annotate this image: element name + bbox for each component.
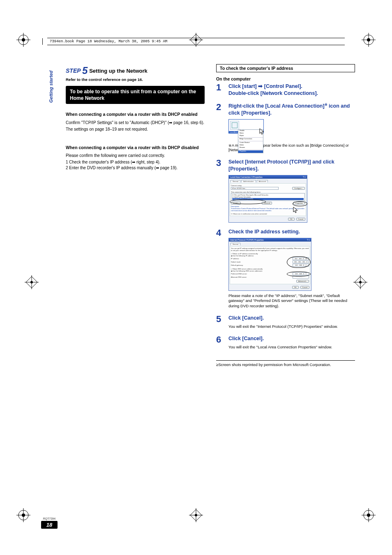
crop-mark-icon (16, 508, 30, 522)
list-item: 2 Enter the DVD recorder's IP address ma… (66, 165, 205, 171)
step-label: STEP (66, 67, 81, 74)
framemaker-header: 7394en.book Page 18 Wednesday, March 30,… (47, 38, 345, 45)
crop-mark-icon (16, 33, 30, 47)
section-tab-label: Getting started (48, 71, 53, 103)
page-number: 18 (41, 521, 58, 529)
step-note: Please make a note of the "IP address", … (228, 293, 355, 309)
tab: General (231, 180, 240, 182)
svg-point-7 (367, 38, 370, 41)
cursor-icon (259, 128, 265, 135)
boxed-heading: To check the computer's IP address (216, 64, 355, 72)
button: Configure... (292, 187, 305, 190)
label: Subnet mask: (231, 261, 241, 263)
step-heading: STEP 5 Setting up the Network (66, 65, 205, 76)
radio-label: Use the following IP address: (233, 255, 254, 257)
body-text: The settings on page 18–19 are not requi… (66, 127, 205, 132)
crop-mark-icon (353, 275, 367, 289)
menu-separator (238, 137, 263, 138)
page-number-block: RQT7394 18 (41, 517, 58, 529)
cursor-icon (293, 207, 299, 213)
doc-id: RQT7394 (41, 517, 58, 520)
label: IP address: (231, 258, 239, 260)
refer-note: Refer to the control reference on page 1… (66, 77, 205, 82)
callout-circle (287, 256, 311, 268)
step-text: Double-click [Network Connections]. (228, 90, 355, 97)
cancel-button: Cancel (296, 218, 305, 221)
screenshot-context-menu: Local Area Connection Disable Status Rep… (228, 119, 264, 134)
menu-item: Bridge Connections (238, 138, 263, 140)
crop-mark-icon (362, 508, 376, 522)
menu-item-selected: Properties (238, 150, 263, 153)
ok-button: OK (292, 286, 299, 289)
win-title: Local Area Connection 3 Properties (230, 176, 263, 178)
tab: General (231, 243, 240, 245)
step-text: Check the IP address setting. (228, 228, 355, 235)
radio-label: Use the following DNS server addresses: (233, 270, 263, 272)
ok-button: OK (288, 218, 295, 221)
step-text: Click [start] ➡ [Control Panel]. (228, 83, 355, 90)
win-title: Internet Protocol (TCP/IP) Properties (230, 239, 264, 241)
step-note: You will exit the "Internet Protocol (TC… (228, 324, 355, 329)
callout-circle (287, 272, 311, 276)
svg-point-15 (367, 514, 370, 517)
close-icon: ? × (307, 239, 310, 241)
field: 3Com 3C920 Inte... (231, 187, 279, 190)
body-text: Please confirm the following were carrie… (66, 153, 205, 159)
svg-point-3 (22, 38, 25, 41)
menu-item: Rename (238, 147, 263, 149)
step-text: Select [Internet Protocol (TCP/IP)] and … (228, 159, 355, 173)
step-index: 2 (216, 103, 224, 153)
step-note: You will exit the "Local Area Connection… (228, 345, 355, 350)
callout-circle (230, 199, 266, 204)
footnote: ≥Screen shots reprinted by permission fr… (216, 362, 355, 367)
subheading: When connecting a computer via a router … (66, 145, 205, 150)
label: Alternate DNS server: (231, 276, 247, 278)
label: Default gateway: (231, 264, 243, 266)
left-column: STEP 5 Setting up the Network Refer to t… (66, 62, 205, 514)
list-item: 1 Check the computer's IP address (➡ rig… (66, 159, 205, 165)
step-index: 3 (216, 159, 224, 223)
step-number: 5 (82, 65, 88, 76)
step-index: 1 (216, 83, 224, 97)
svg-point-11 (22, 514, 25, 517)
cancel-button: Cancel (300, 286, 309, 289)
menu-separator (238, 141, 263, 141)
step-index: 6 (216, 335, 224, 350)
subheading: When connecting a computer via a router … (66, 111, 205, 117)
step-text: Click [Cancel]. (228, 315, 355, 322)
menu-item: Repair (238, 135, 263, 137)
tab: Authentication (241, 180, 256, 182)
button: Advanced... (296, 280, 309, 283)
screenshot-tcpip: Internet Protocol (TCP/IP) Properties? ×… (228, 238, 311, 291)
checkbox-label: Show icon in notification area when conn… (233, 213, 267, 215)
label: Connect using: (231, 184, 305, 187)
menu-separator (238, 150, 263, 150)
callout-heading: To be able to operate this unit from a c… (66, 86, 205, 104)
step-index: 4 (216, 228, 224, 309)
body-text: Confirm "TCP/IP Settings" is set to "Aut… (66, 120, 205, 126)
crop-mark-icon (362, 33, 376, 47)
network-connection-icon (230, 121, 239, 130)
callout-circle (293, 201, 307, 206)
label: Preferred DNS server: (231, 273, 247, 275)
context-label: On the computer (216, 76, 355, 81)
step-title-text: Setting up the Network (89, 68, 148, 74)
description: You can get IP settings assigned automat… (231, 247, 309, 251)
divider (216, 360, 355, 361)
close-icon: ? × (303, 176, 306, 178)
step-index: 5 (216, 315, 224, 329)
screenshot-lacp: Local Area Connection 3 Properties? × Ge… (228, 175, 307, 223)
right-column: To check the computer's IP address On th… (216, 62, 355, 514)
tab: Advanced (257, 180, 268, 182)
step-text: Click [Cancel]. (228, 335, 355, 342)
step-text: Right-click the [Local Area Connection]※… (228, 103, 355, 117)
crop-mark-icon (25, 275, 39, 289)
button: Properties (293, 202, 305, 205)
